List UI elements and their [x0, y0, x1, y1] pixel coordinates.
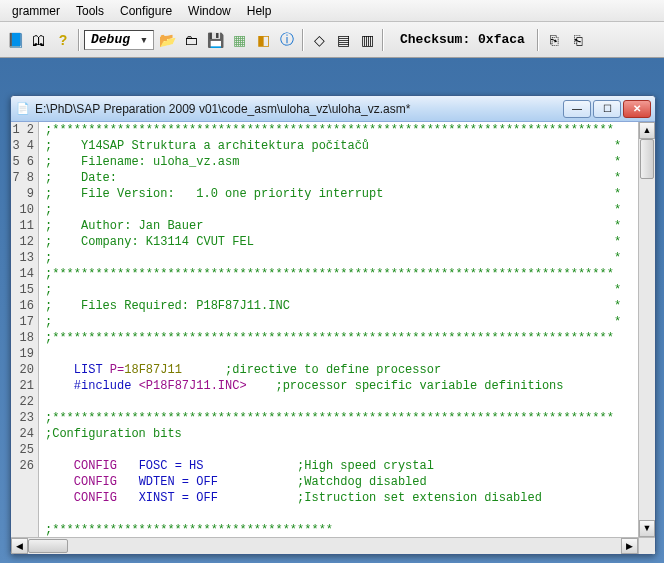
tool-c-icon[interactable]: ▥ — [356, 29, 378, 51]
code-area[interactable]: ;***************************************… — [39, 122, 638, 537]
vscroll-thumb[interactable] — [640, 139, 654, 179]
file-icon: 📄 — [15, 101, 31, 117]
menu-item-window[interactable]: Window — [180, 2, 239, 20]
help-icon[interactable]: ? — [52, 29, 74, 51]
chip-icon[interactable]: ▦ — [228, 29, 250, 51]
save-icon[interactable]: 💾 — [204, 29, 226, 51]
checksum-display: Checksum: 0xfaca — [392, 32, 533, 47]
editor-window: 📄 E:\PhD\SAP Preparation 2009 v01\code_a… — [10, 95, 656, 555]
main-menubar: grammer Tools Configure Window Help — [0, 0, 664, 22]
toolbar-separator-2 — [300, 26, 306, 54]
editor-title: E:\PhD\SAP Preparation 2009 v01\code_asm… — [35, 102, 563, 116]
open-icon[interactable]: 📂 — [156, 29, 178, 51]
main-toolbar: 📘 🕮 ? Debug ▾ 📂 🗀 💾 ▦ ◧ ⓘ ◇ ▤ ▥ Checksum… — [0, 22, 664, 58]
tool-d-icon[interactable]: ⎘ — [543, 29, 565, 51]
editor-body: 1 2 3 4 5 6 7 8 9 10 11 12 13 14 15 16 1… — [11, 122, 655, 537]
folder-icon[interactable]: 🗀 — [180, 29, 202, 51]
window-controls: — ☐ ✕ — [563, 100, 651, 118]
toolbar-separator-4 — [535, 26, 541, 54]
tool-b-icon[interactable]: ▤ — [332, 29, 354, 51]
build-config-combo[interactable]: Debug ▾ — [84, 30, 154, 50]
scroll-left-arrow[interactable]: ◀ — [11, 538, 28, 554]
horizontal-scrollbar[interactable]: ◀ ▶ — [11, 537, 655, 554]
scroll-up-arrow[interactable]: ▲ — [639, 122, 655, 139]
tool-a-icon[interactable]: ◇ — [308, 29, 330, 51]
info-icon[interactable]: ⓘ — [276, 29, 298, 51]
checksum-value: 0xfaca — [478, 32, 525, 47]
vertical-scrollbar[interactable]: ▲ ▼ — [638, 122, 655, 537]
hscroll-track[interactable] — [28, 538, 621, 554]
minimize-button[interactable]: — — [563, 100, 591, 118]
toolbar-separator-3 — [380, 26, 386, 54]
hscroll-thumb[interactable] — [28, 539, 68, 553]
toolbar-separator — [76, 26, 82, 54]
chevron-down-icon: ▾ — [137, 32, 151, 48]
toolbar-btn-1[interactable]: 📘 — [4, 29, 26, 51]
vscroll-track[interactable] — [639, 139, 655, 520]
combo-value: Debug — [91, 32, 130, 47]
code-content[interactable]: ;***************************************… — [39, 122, 638, 537]
package-icon[interactable]: ◧ — [252, 29, 274, 51]
tool-e-icon[interactable]: ⎗ — [567, 29, 589, 51]
line-number-gutter: 1 2 3 4 5 6 7 8 9 10 11 12 13 14 15 16 1… — [11, 122, 39, 537]
menu-item-tools[interactable]: Tools — [68, 2, 112, 20]
scroll-right-arrow[interactable]: ▶ — [621, 538, 638, 554]
scroll-corner — [638, 538, 655, 554]
menu-item-grammer[interactable]: grammer — [4, 2, 68, 20]
menu-item-help[interactable]: Help — [239, 2, 280, 20]
checksum-label: Checksum: — [400, 32, 470, 47]
maximize-button[interactable]: ☐ — [593, 100, 621, 118]
menu-item-configure[interactable]: Configure — [112, 2, 180, 20]
toolbar-btn-2[interactable]: 🕮 — [28, 29, 50, 51]
editor-titlebar[interactable]: 📄 E:\PhD\SAP Preparation 2009 v01\code_a… — [11, 96, 655, 122]
close-button[interactable]: ✕ — [623, 100, 651, 118]
scroll-down-arrow[interactable]: ▼ — [639, 520, 655, 537]
